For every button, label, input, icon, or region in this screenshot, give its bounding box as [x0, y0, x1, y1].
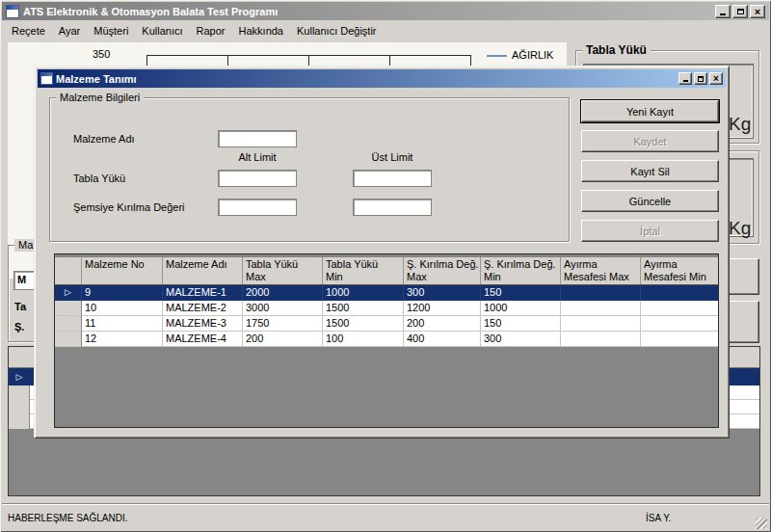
- legend-label: AĞIRLIK: [512, 49, 553, 61]
- tabla-yuku-ust-input[interactable]: [353, 170, 432, 187]
- alt-limit-header: Alt Limit: [218, 151, 297, 163]
- axis-tick: [227, 55, 228, 66]
- dialog-close-button[interactable]: ×: [709, 72, 723, 85]
- grid-column-header[interactable]: Tabla YüküMin: [323, 257, 404, 284]
- grid-cell[interactable]: [641, 316, 719, 332]
- grid-cell[interactable]: 150: [481, 285, 561, 301]
- close-icon: ×: [755, 7, 760, 16]
- grid-column-header[interactable]: Ş. Kırılma Değ.Max: [404, 257, 481, 284]
- menu-item-musteri[interactable]: Müşteri: [87, 22, 135, 40]
- grid-cell[interactable]: MALZEME-3: [163, 316, 243, 332]
- menu-item-rapor[interactable]: Rapor: [190, 22, 232, 40]
- grid-cell[interactable]: 300: [404, 285, 481, 301]
- kaydet-button[interactable]: Kaydet: [581, 130, 719, 152]
- grid-cell[interactable]: 1200: [404, 301, 481, 316]
- grid-cell[interactable]: 1500: [323, 301, 404, 316]
- dialog-minimize-button[interactable]: [678, 72, 692, 85]
- grid-cell[interactable]: 200: [243, 332, 323, 347]
- window-controls: ×: [715, 5, 765, 18]
- ust-limit-header: Üst Limit: [353, 151, 432, 163]
- dialog-titlebar[interactable]: Malzeme Tanımı ×: [38, 69, 726, 88]
- grid-column-header[interactable]: AyırmaMesafesi Min: [641, 257, 719, 284]
- yeni-kayit-button[interactable]: Yeni Kayıt: [581, 100, 719, 122]
- grid-cell[interactable]: [561, 332, 641, 347]
- grid-cell[interactable]: 2000: [243, 285, 323, 301]
- grid-cell[interactable]: 12: [82, 332, 163, 347]
- grid-cell[interactable]: 1000: [323, 285, 404, 301]
- row-selector-cell[interactable]: [55, 301, 82, 316]
- grid-cell[interactable]: 1750: [243, 316, 323, 332]
- grid-cell[interactable]: MALZEME-2: [163, 301, 243, 316]
- minimize-icon: [720, 13, 726, 15]
- grid-column-header[interactable]: Tabla YüküMax: [243, 257, 323, 284]
- grid-cell[interactable]: [641, 301, 719, 316]
- row-selector-cell[interactable]: [55, 332, 82, 347]
- grid-selector-header[interactable]: [55, 257, 82, 284]
- iptal-button[interactable]: İptal: [581, 220, 719, 242]
- main-titlebar[interactable]: ATS Elektronik & Otomasyon Balata Test P…: [2, 2, 769, 20]
- malzeme-adi-input[interactable]: [218, 130, 297, 147]
- grid-row[interactable]: ▷9MALZEME-120001000300150: [55, 285, 718, 301]
- second-unit-label: Kg: [729, 218, 751, 239]
- grid-cell[interactable]: 3000: [243, 301, 323, 316]
- y-axis-tick-label: 350: [93, 48, 110, 60]
- semsiye-alt-input[interactable]: [218, 199, 297, 216]
- menu-item-ayar[interactable]: Ayar: [52, 22, 87, 40]
- row-selector-arrow-icon: ▷: [9, 368, 30, 386]
- menu-item-kullanici[interactable]: Kullanıcı: [135, 22, 189, 40]
- grid-cell[interactable]: 1000: [481, 301, 561, 316]
- grid-cell[interactable]: MALZEME-4: [163, 332, 243, 347]
- tabla-yuku-unit-label: Kg: [729, 114, 751, 135]
- grid-cell[interactable]: MALZEME-1: [163, 285, 243, 301]
- guncelle-button[interactable]: Güncelle: [581, 190, 719, 212]
- minimize-button[interactable]: [715, 5, 731, 18]
- grid-cell[interactable]: [561, 316, 641, 332]
- grid-cell[interactable]: 150: [481, 316, 561, 332]
- malzeme-adi-label: Malzeme Adı: [73, 133, 135, 145]
- grid-column-header[interactable]: Ş. Kırılma Değ.Min: [481, 257, 561, 284]
- background-label-tabla: Ta: [14, 301, 26, 312]
- maximize-button[interactable]: [732, 5, 748, 18]
- dialog-window-controls: ×: [678, 72, 723, 85]
- current-row-arrow-icon[interactable]: ▷: [55, 285, 82, 301]
- malzeme-bilgileri-title: Malzeme Bilgileri: [56, 92, 144, 104]
- malzeme-bilgileri-groupbox: Malzeme Bilgileri: [49, 97, 570, 242]
- grid-cell[interactable]: 1500: [323, 316, 404, 332]
- row-selector-cell[interactable]: [55, 316, 82, 332]
- grid-cell[interactable]: [641, 285, 719, 301]
- maximize-icon: [698, 76, 704, 82]
- grid-cell[interactable]: [561, 285, 641, 301]
- malzeme-data-grid[interactable]: Malzeme NoMalzeme AdıTabla YüküMaxTabla …: [54, 253, 719, 428]
- kayit-sil-button[interactable]: Kayıt Sil: [581, 160, 719, 182]
- status-message: HABERLEŞME SAĞLANDI.: [8, 513, 127, 523]
- grid-header-row: Malzeme NoMalzeme AdıTabla YüküMaxTabla …: [55, 257, 718, 285]
- grid-cell[interactable]: 11: [82, 316, 163, 332]
- semsiye-ust-input[interactable]: [353, 199, 432, 216]
- close-button[interactable]: ×: [750, 5, 765, 18]
- grid-cell[interactable]: [561, 301, 641, 316]
- menu-item-recete[interactable]: Reçete: [5, 22, 52, 40]
- grid-cell[interactable]: 200: [404, 316, 481, 332]
- grid-column-header[interactable]: AyırmaMesafesi Max: [561, 257, 641, 284]
- dialog-maximize-button[interactable]: [694, 72, 707, 85]
- menu-item-kullanici-degistir[interactable]: Kullanıcı Değiştir: [290, 22, 384, 40]
- grid-cell[interactable]: 300: [481, 332, 561, 347]
- grid-column-header[interactable]: Malzeme No: [82, 257, 163, 284]
- grid-cell[interactable]: 400: [404, 332, 481, 347]
- axis-tick: [470, 55, 471, 66]
- grid-cell[interactable]: 100: [323, 332, 404, 347]
- malzeme-tanimi-dialog: Malzeme Tanımı × Malzeme Bilgileri Malze…: [34, 66, 730, 439]
- tabla-yuku-alt-input[interactable]: [218, 170, 297, 187]
- grid-row[interactable]: 10MALZEME-23000150012001000: [55, 301, 718, 316]
- grid-row[interactable]: 11MALZEME-317501500200150: [55, 316, 718, 332]
- grid-cell[interactable]: 10: [82, 301, 163, 316]
- grid-column-header[interactable]: Malzeme Adı: [163, 257, 243, 284]
- resize-grip[interactable]: [756, 518, 767, 529]
- grid-cell[interactable]: [641, 332, 719, 347]
- close-icon: ×: [713, 74, 719, 83]
- grid-cell[interactable]: 9: [82, 285, 163, 301]
- menu-item-hakkinda[interactable]: Hakkında: [232, 22, 290, 40]
- user-name: İSA Y.: [646, 513, 671, 523]
- legend-line-swatch: [487, 55, 507, 57]
- grid-row[interactable]: 12MALZEME-4200100400300: [55, 332, 718, 347]
